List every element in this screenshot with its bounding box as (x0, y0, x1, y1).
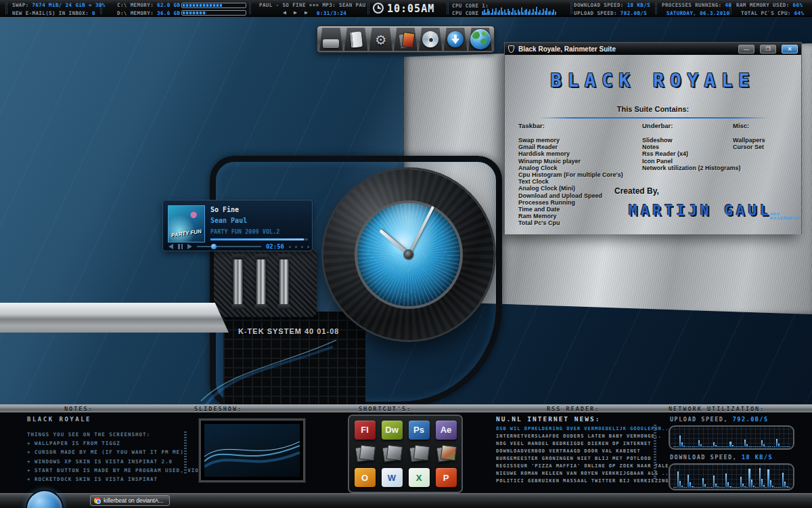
histogram-bar (734, 487, 736, 488)
pause-button[interactable] (178, 244, 183, 249)
rss-headline[interactable]: NIEUWE ROMAN HELEEN VAN ROYEN VERKRIJGBA… (496, 470, 676, 478)
player-extra-buttons[interactable] (289, 246, 309, 248)
download-histogram (669, 463, 794, 490)
rss-drag-dots[interactable] (654, 425, 656, 479)
download-speed-meter: DOWNLOAD SPEED: 18 KB/S (574, 2, 650, 8)
histogram-bar (681, 442, 683, 447)
histogram-bar (789, 446, 790, 447)
slideshow-widget[interactable] (199, 419, 305, 482)
documents-icon[interactable] (344, 28, 368, 51)
previous-button[interactable] (168, 244, 173, 249)
drive-box-icon[interactable] (382, 445, 402, 463)
histogram-bar (679, 436, 681, 447)
close-button[interactable]: ✕ (782, 45, 798, 54)
c-drive-usage-bar (181, 3, 246, 8)
powerpoint-icon[interactable]: P (436, 468, 457, 487)
pictures-icon[interactable] (394, 28, 418, 51)
music-cd-icon[interactable] (419, 28, 443, 51)
rss-headline[interactable]: REGISSEUR 'PIZZA MAFFIA' ONLINE OP ZOEK … (496, 463, 676, 470)
histogram-bar (789, 487, 790, 488)
shortcut-icon-panel: Fl Dw Ps Ae O W X P (348, 415, 463, 493)
rss-headline[interactable]: OSB WIL OPHELDERING OVER VERMOEDELIJK GO… (496, 425, 676, 433)
histogram-bar (721, 487, 723, 488)
settings-gear-icon[interactable]: ⚙ (369, 28, 392, 51)
download-icon[interactable] (444, 28, 468, 51)
analog-clock (323, 169, 494, 340)
suite-subheading: This Suite Contains: (505, 105, 801, 113)
swap-memory-meter: SWAP: 7674 MiB/ 24 GiB = 30% (12, 2, 106, 8)
rss-headline[interactable]: NOG VEEL HANDEL BEDREIGDE DIEREN OP INTE… (496, 440, 676, 448)
histogram-bar (763, 444, 765, 447)
network-globe-icon[interactable] (468, 28, 492, 51)
chrome-icon (94, 497, 101, 504)
maximize-button[interactable]: ❐ (760, 45, 776, 54)
desktop-screen: K-TEK SYSTEM 40 01-08 SWAP: 7674 MiB/ 24… (0, 0, 812, 508)
winamp-play-button[interactable]: ▶ (294, 9, 298, 16)
seek-slider[interactable] (197, 246, 261, 247)
suite-feature: Rss Reader (x4) (642, 150, 741, 157)
window-body: BLACK ROYALE This Suite Contains: Taskba… (505, 55, 801, 234)
histogram-bar (748, 469, 750, 488)
rss-headline[interactable]: DOWNLOADVERBOD VERTRAAGD DOOR VAL KABINE… (496, 448, 676, 455)
section-label-shortcuts: SHORTCUT'S: (359, 406, 411, 412)
flash-icon[interactable]: Fl (355, 421, 376, 440)
histogram-bar (700, 444, 702, 447)
histogram-bar (776, 487, 777, 488)
photoshop-icon[interactable]: Ps (409, 421, 430, 440)
rss-headline[interactable]: INTERNETVERSLAAFDE OUDERS LATEN BABY VER… (496, 433, 676, 440)
column-taskbar-header: Taskbar: (518, 122, 623, 129)
rainmeter-suite-window: Black Royale, Rainmeter Suite — ❐ ✕ BLAC… (504, 42, 802, 234)
histogram-bar (770, 446, 771, 447)
total-cpu-meter: TOTAL PC`S CPU: 64% (741, 10, 804, 16)
histogram-bar (732, 487, 734, 488)
histogram-bar (744, 440, 746, 447)
photo-stack-icon[interactable] (436, 445, 456, 463)
section-label-slideshow: SLIDESHOW: (194, 406, 242, 412)
suite-feature: Winamp Music player (518, 158, 623, 165)
word-icon[interactable]: W (382, 468, 403, 487)
minimize-button[interactable]: — (738, 45, 754, 54)
histogram-bar (755, 446, 757, 447)
winamp-prev-button[interactable]: ◀ (283, 9, 288, 16)
histogram-bar (690, 482, 691, 488)
histogram-bar (780, 487, 782, 488)
winamp-track-time: 0:31/3:24 (317, 10, 346, 16)
histogram-bar (761, 440, 763, 447)
track-progress-bar[interactable] (210, 238, 308, 240)
histogram-bar (685, 487, 687, 488)
histogram-bar (706, 487, 708, 488)
winamp-track-ticker: PAUL - SO FINE ××× MP3: SEAN PAUL - (259, 2, 366, 8)
rss-headline[interactable]: POLITICI GEBRUIKEN MASSAAL TWITTER BIJ V… (496, 478, 676, 485)
histogram-bar (687, 446, 689, 447)
seek-knob[interactable] (211, 244, 217, 249)
suite-feature: Processes Running (518, 199, 623, 206)
histogram-bar (713, 442, 715, 447)
histogram-bar (746, 487, 748, 488)
window-titlebar[interactable]: Black Royale, Rainmeter Suite — ❐ ✕ (505, 43, 801, 55)
hard-drive-icon[interactable] (319, 28, 343, 51)
rss-headline[interactable]: BURGEMEESTER GRONINGEN NIET BLIJ MET POT… (496, 455, 676, 463)
histogram-bar (784, 482, 786, 488)
aftereffects-icon[interactable]: Ae (436, 421, 457, 440)
device-cards-icon[interactable] (355, 445, 375, 463)
histogram-bar (740, 477, 742, 488)
excel-icon[interactable]: X (409, 468, 430, 487)
histogram-bar (694, 446, 696, 447)
histogram-bar (683, 446, 685, 447)
section-label-network: NETWORK UTILIZATION: (669, 406, 765, 412)
column-misc: Misc: WallpapersCursor Set (733, 122, 765, 150)
outlook-icon[interactable]: O (355, 468, 376, 487)
gadget-icon[interactable] (409, 445, 429, 463)
notes-drag-dots[interactable] (184, 431, 187, 473)
histogram-bar (555, 12, 556, 15)
track-artist: Sean Paul (210, 217, 247, 224)
histogram-bar (708, 487, 710, 488)
histogram-bar (675, 487, 677, 488)
histogram-bar (782, 473, 784, 488)
next-button[interactable] (187, 244, 192, 249)
histogram-bar (698, 440, 700, 447)
winamp-next-button[interactable]: ▶ (304, 9, 309, 16)
taskbar-browser-task[interactable]: killerbeat on deviantA... (90, 495, 170, 506)
dreamweaver-icon[interactable]: Dw (382, 421, 403, 440)
histogram-bar (708, 446, 710, 447)
